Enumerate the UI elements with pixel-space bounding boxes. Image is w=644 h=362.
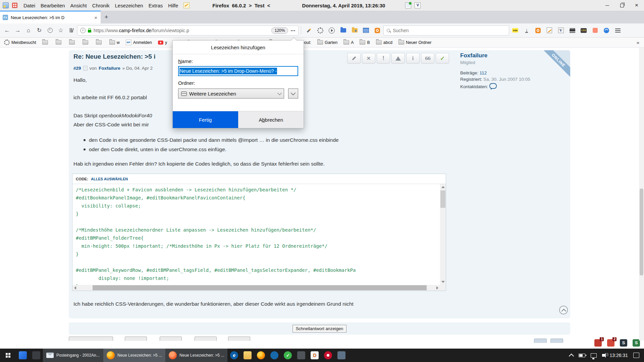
scroll-to-top-button[interactable]	[559, 306, 568, 314]
posts-count-link[interactable]: 112	[480, 70, 487, 75]
taskbar-app-icon[interactable]	[294, 349, 308, 362]
code-vertical-scrollbar[interactable]	[440, 184, 446, 285]
reload-icon[interactable]: ↻	[34, 25, 44, 36]
scrollbar-thumb[interactable]	[440, 190, 445, 208]
taskbar-app-icon[interactable]	[30, 349, 43, 362]
notification-center-icon[interactable]	[633, 353, 639, 358]
note-icon[interactable]	[590, 25, 600, 36]
cut-off-button[interactable]	[228, 337, 250, 341]
folder-expand-button[interactable]	[288, 88, 298, 99]
cancel-button[interactable]: Abbrechen	[238, 111, 304, 128]
page-info-icon[interactable]: i	[80, 28, 86, 33]
bookmark-star-icon[interactable]: ☆	[56, 25, 66, 36]
shared-folder-icon[interactable]	[349, 25, 360, 36]
taskbar-app-icon[interactable]	[268, 349, 281, 362]
battery-icon[interactable]	[579, 354, 585, 357]
tab-close-icon[interactable]: ×	[94, 15, 98, 20]
post-action-icon[interactable]	[377, 53, 390, 64]
post-action-icon[interactable]	[421, 53, 434, 64]
edit-note-icon[interactable]	[544, 25, 555, 36]
play-circle-icon[interactable]	[326, 25, 337, 36]
menu-item[interactable]: Bearbeiten	[38, 3, 68, 8]
v-addon-icon[interactable]: V	[555, 25, 566, 36]
taskbar-task-button[interactable]: Neue Lesezeichen: >5 ...	[165, 349, 227, 362]
bookmark-item[interactable]: y	[158, 40, 167, 45]
bookmark-item[interactable]: abcd	[376, 40, 392, 45]
css-yellow-icon[interactable]: css	[510, 25, 521, 36]
post-action-icon[interactable]	[347, 53, 361, 64]
post-action-icon[interactable]	[391, 53, 405, 64]
taskbar-app-icon[interactable]	[254, 349, 268, 362]
cut-off-button[interactable]	[160, 337, 182, 341]
restore-button[interactable]	[614, 0, 629, 11]
table-check-icon[interactable]	[405, 2, 411, 8]
bookmarks-overflow-icon[interactable]: »	[637, 40, 639, 45]
menu-item[interactable]: Lesezeichen	[112, 3, 146, 8]
menu-hamburger-icon[interactable]	[612, 25, 623, 36]
blue-folder-icon[interactable]	[338, 25, 348, 36]
css-dark-icon[interactable]: CSS	[578, 25, 589, 36]
url-bar[interactable]: i https://www.camp-firefox.de/forum/view…	[77, 25, 299, 36]
folder-select[interactable]: Weitere Lesezeichen	[178, 88, 284, 99]
cut-off-button[interactable]	[550, 339, 563, 343]
taskbar-task-button[interactable]: Posteingang - 2002An...	[43, 349, 103, 362]
done-button[interactable]: Fertig	[173, 111, 238, 128]
bookmark-item[interactable]: Meistbesucht	[4, 40, 36, 45]
taskbar-app-icon[interactable]	[281, 349, 294, 362]
network-icon[interactable]	[591, 353, 597, 358]
post-author-link[interactable]: Foxfailure	[99, 66, 120, 71]
active-tab[interactable]: Fx Neue Lesezeichen: >5 im D ×	[0, 11, 101, 23]
bookmark-item[interactable]	[83, 40, 90, 45]
contact-message-icon[interactable]	[489, 83, 497, 89]
post-action-icon[interactable]	[362, 53, 375, 64]
menu-item[interactable]: Ansicht	[68, 3, 90, 8]
select-all-link[interactable]: ALLES AUSWÄHLEN	[91, 177, 128, 181]
bookmark-item[interactable]: A	[343, 40, 354, 45]
bookmark-item[interactable]: w	[109, 40, 120, 45]
taskbar-task-button[interactable]: Neue Lesezeichen: >5 ...	[103, 349, 165, 362]
home-icon[interactable]: ⌂	[23, 25, 34, 36]
taskbar-app-icon[interactable]	[241, 349, 254, 362]
post-action-icon[interactable]	[406, 53, 420, 64]
library-icon[interactable]	[66, 25, 76, 36]
cut-off-button[interactable]	[125, 337, 147, 341]
cut-off-button[interactable]	[195, 337, 217, 341]
bookmark-item[interactable]: Garten	[317, 40, 337, 45]
gear-icon[interactable]	[315, 25, 326, 36]
start-button[interactable]	[0, 349, 16, 362]
bookmark-item[interactable]	[69, 40, 76, 45]
tray-expand-icon[interactable]	[569, 353, 574, 359]
bookmark-item[interactable]	[42, 40, 50, 45]
forward-icon[interactable]: →	[13, 25, 23, 36]
scrollbar-thumb[interactable]	[93, 285, 427, 290]
download-icon[interactable]: ↓	[521, 25, 532, 36]
back-icon[interactable]: ←	[2, 25, 12, 36]
taskbar-app-icon[interactable]	[335, 349, 348, 362]
history-icon[interactable]	[45, 25, 55, 36]
taskbar-app-icon[interactable]	[308, 349, 321, 362]
post-number-link[interactable]: #29	[73, 66, 81, 71]
page-scrollbar[interactable]	[639, 48, 644, 341]
taskbar-app-icon[interactable]	[227, 349, 241, 362]
scrollbar-thumb[interactable]	[640, 188, 643, 276]
v-icon[interactable]: V	[415, 2, 421, 8]
bookmark-item[interactable]: Neuer Ordner	[398, 40, 431, 45]
window-grid-icon[interactable]	[361, 25, 371, 36]
menu-item[interactable]: Chronik	[90, 3, 112, 8]
taskbar-app-icon[interactable]	[16, 349, 30, 362]
new-tab-button[interactable]: +	[101, 11, 112, 23]
menu-item[interactable]: Hilfe	[165, 3, 181, 8]
search-bar[interactable]: Suchen	[383, 25, 509, 36]
cut-off-button[interactable]	[69, 337, 113, 341]
code-content[interactable]: /*Lesezeichenbild + Favicon ausblenden -…	[72, 184, 440, 285]
menu-item[interactable]: Extras	[146, 3, 166, 8]
page-actions-icon[interactable]: •••	[290, 28, 296, 33]
zoom-level-badge[interactable]: 120%	[271, 27, 288, 34]
film-icon[interactable]	[567, 25, 578, 36]
bookmark-name-input[interactable]: Neue Lesezeichen: >5 im Drop-Down-Menü? …	[178, 66, 298, 76]
orange-search-icon[interactable]	[533, 25, 543, 36]
post-action-icon[interactable]	[436, 53, 449, 64]
script-addon-icon[interactable]: S	[620, 339, 627, 347]
minimize-button[interactable]	[600, 0, 614, 11]
menu-item[interactable]: Datei	[21, 3, 38, 8]
